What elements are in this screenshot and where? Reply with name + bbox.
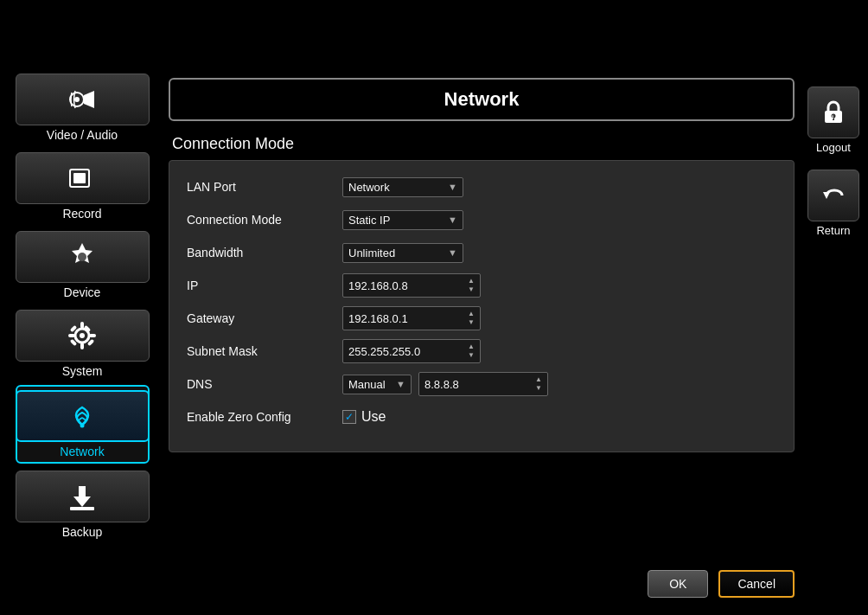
ip-input[interactable]: 192.168.0.8 ▲ ▼ (342, 273, 481, 297)
sidebar-label-video-audio: Video / Audio (47, 128, 118, 142)
return-icon-box (807, 170, 859, 221)
sidebar-item-system[interactable]: System (16, 306, 150, 381)
return-button[interactable]: Return (806, 170, 862, 237)
backup-icon (65, 479, 99, 514)
lan-port-control: Network ▼ (342, 177, 463, 197)
sidebar-item-device[interactable]: Device (16, 227, 150, 303)
ip-spin-up-icon[interactable]: ▲ (468, 277, 475, 285)
zero-config-label: Enable Zero Config (187, 410, 342, 424)
connection-mode-dropdown[interactable]: Static IP ▼ (342, 210, 463, 230)
subnet-mask-row: Subnet Mask 255.255.255.0 ▲ ▼ (187, 339, 776, 363)
gateway-spin-arrows[interactable]: ▲ ▼ (468, 310, 475, 326)
lan-port-row: LAN Port Network ▼ (187, 175, 776, 199)
svg-rect-17 (70, 507, 94, 510)
record-icon (65, 161, 99, 195)
sidebar-label-network: Network (60, 445, 104, 458)
bandwidth-label: Bandwidth (187, 246, 342, 259)
dns-mode-value: Manual (348, 378, 386, 391)
zero-config-control: ✓ Use (342, 409, 386, 425)
svg-point-4 (78, 253, 86, 261)
dns-spin-up-icon[interactable]: ▲ (535, 375, 542, 384)
return-label: Return (816, 224, 850, 237)
dns-row: DNS Manual ▼ 8.8.8.8 ▲ ▼ (187, 372, 776, 396)
gateway-input[interactable]: 192.168.0.1 ▲ ▼ (342, 306, 481, 330)
system-icon (65, 318, 99, 353)
dns-spin-arrows[interactable]: ▲ ▼ (535, 375, 542, 392)
zero-config-checkbox[interactable]: ✓ (342, 410, 356, 424)
sidebar-label-device: Device (64, 285, 101, 299)
subnet-mask-input[interactable]: 255.255.255.0 ▲ ▼ (342, 339, 481, 362)
lan-port-arrow-icon: ▼ (448, 182, 457, 192)
sidebar-item-video-audio[interactable]: Video / Audio (16, 70, 150, 145)
gateway-spin-up-icon[interactable]: ▲ (468, 310, 475, 318)
device-icon (65, 240, 99, 274)
logout-icon-box: i (807, 86, 859, 138)
sidebar-item-network[interactable]: Network (16, 385, 150, 464)
gateway-control: 192.168.0.1 ▲ ▼ (342, 306, 481, 330)
bandwidth-value: Unlimited (348, 247, 395, 259)
subnet-spin-up-icon[interactable]: ▲ (468, 343, 475, 351)
gateway-row: Gateway 192.168.0.1 ▲ ▼ (187, 306, 776, 330)
connection-mode-row: Connection Mode Static IP ▼ (187, 208, 776, 232)
subnet-mask-value: 255.255.255.0 (348, 345, 420, 358)
cancel-button[interactable]: Cancel (718, 570, 795, 598)
dns-control: Manual ▼ 8.8.8.8 ▲ ▼ (342, 372, 548, 395)
svg-rect-9 (68, 334, 75, 337)
device-icon-box (16, 231, 150, 283)
gateway-value: 192.168.0.1 (348, 312, 408, 325)
video-audio-icon (65, 82, 99, 117)
zero-config-checkbox-area: ✓ Use (342, 409, 386, 425)
dns-label: DNS (187, 377, 342, 391)
sidebar-item-backup[interactable]: Backup (16, 467, 150, 542)
ip-label: IP (187, 279, 342, 292)
svg-rect-7 (80, 322, 84, 329)
bandwidth-control: Unlimited ▼ (342, 243, 463, 263)
dns-ip-input[interactable]: 8.8.8.8 ▲ ▼ (418, 372, 548, 395)
video-audio-icon-box (16, 74, 150, 125)
backup-icon-box (16, 471, 150, 522)
bandwidth-dropdown[interactable]: Unlimited ▼ (342, 243, 463, 263)
svg-point-6 (80, 333, 85, 338)
svg-rect-3 (73, 173, 86, 183)
settings-panel: LAN Port Network ▼ Connection Mode Stati… (169, 160, 795, 452)
sidebar-label-record: Record (62, 207, 101, 221)
sidebar-label-system: System (62, 364, 103, 378)
section-title: Connection Mode (169, 135, 795, 153)
record-icon-box (16, 152, 150, 204)
ip-spin-down-icon[interactable]: ▼ (468, 285, 475, 294)
return-icon (818, 180, 849, 211)
svg-point-1 (74, 97, 80, 102)
subnet-mask-control: 255.255.255.0 ▲ ▼ (342, 339, 481, 362)
ip-row: IP 192.168.0.8 ▲ ▼ (187, 273, 776, 298)
dns-mode-dropdown[interactable]: Manual ▼ (342, 375, 412, 394)
gateway-label: Gateway (187, 311, 342, 325)
connection-mode-arrow-icon: ▼ (448, 215, 457, 225)
svg-marker-22 (823, 192, 830, 199)
svg-point-15 (80, 423, 85, 427)
logout-button[interactable]: i Logout (806, 86, 862, 154)
ip-spin-arrows[interactable]: ▲ ▼ (468, 277, 475, 293)
dns-ip-value: 8.8.8.8 (424, 378, 459, 391)
main-content: Network Connection Mode LAN Port Network… (169, 78, 795, 563)
sidebar: Video / Audio Record Device (0, 0, 164, 615)
lan-port-dropdown[interactable]: Network ▼ (342, 177, 463, 197)
logout-label: Logout (816, 141, 851, 154)
ok-button[interactable]: OK (648, 570, 708, 598)
page-title: Network (169, 78, 795, 121)
system-icon-box (16, 310, 150, 362)
svg-rect-8 (80, 343, 84, 349)
zero-config-use-label: Use (361, 409, 386, 425)
gateway-spin-down-icon[interactable]: ▼ (468, 318, 475, 327)
sidebar-item-record[interactable]: Record (16, 149, 150, 224)
subnet-spin-down-icon[interactable]: ▼ (468, 351, 475, 360)
connection-mode-control: Static IP ▼ (342, 210, 463, 230)
svg-text:i: i (832, 113, 833, 121)
bandwidth-row: Bandwidth Unlimited ▼ (187, 240, 776, 265)
dns-mode-arrow-icon: ▼ (396, 379, 405, 389)
connection-mode-value: Static IP (348, 214, 390, 227)
network-icon-box (16, 390, 150, 442)
svg-rect-16 (79, 486, 86, 500)
subnet-spin-arrows[interactable]: ▲ ▼ (468, 343, 475, 359)
dns-spin-down-icon[interactable]: ▼ (535, 384, 542, 393)
right-panel: i Logout Return (799, 0, 868, 615)
